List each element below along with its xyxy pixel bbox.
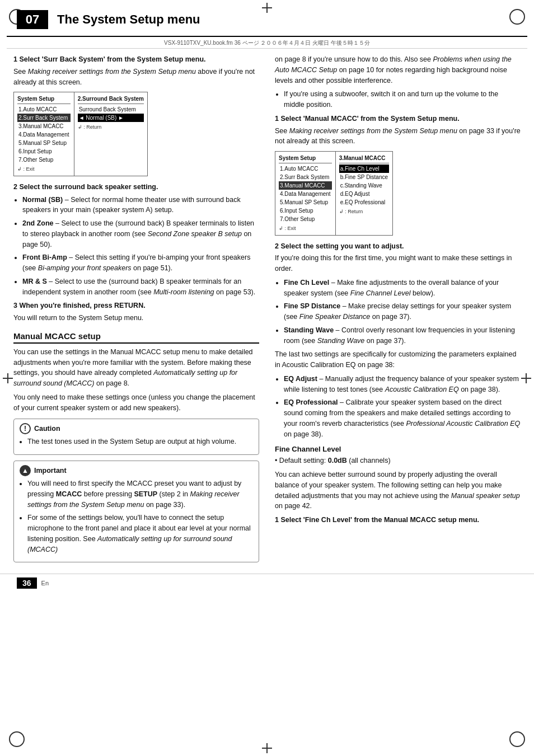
page-header: 07 The System Setup menu [7, 0, 527, 37]
important-item-2: For some of the settings below, you'll h… [27, 513, 253, 555]
last-two-text: The last two settings are specifically f… [275, 349, 521, 370]
screen2-right-footer: ↲ : Return [339, 208, 389, 216]
important-list: You will need to first specify the MCACC… [27, 478, 253, 555]
right-intro-list: If you're using a subwoofer, switch it o… [284, 89, 521, 110]
step3-heading: 3 When you're finished, press RETURN. [13, 300, 259, 311]
subwoofer-note: If you're using a subwoofer, switch it o… [284, 89, 521, 110]
bullet-2nd-zone: 2nd Zone – Select to use the (surround b… [22, 218, 259, 250]
fine-ch-section-title: Fine Channel Level [275, 445, 521, 453]
manual-intro2: You only need to make these settings onc… [13, 392, 259, 414]
bullet-normal-sb: Normal (SB) – Select for normal home the… [22, 195, 259, 216]
page-lang: En [41, 580, 49, 586]
step1-manual-text: See Making receiver settings from the Sy… [275, 126, 521, 147]
screen2-right-item-d: d.EQ Adjust [339, 190, 389, 198]
screen2-right-title: 3.Manual MCACC [339, 154, 389, 163]
eq-adjust-bullet: EQ Adjust – Manually adjust the frequenc… [284, 374, 521, 395]
step2-adjust-heading: 2 Select the setting you want to adjust. [275, 241, 521, 252]
step2-heading: 2 Select the surround back speaker setti… [13, 182, 259, 192]
important-icon: ▲ [20, 465, 31, 476]
manual-intro: You can use the settings in the Manual M… [13, 347, 259, 389]
caution-box: ! Caution The test tones used in the Sys… [13, 419, 259, 455]
screen1-item-4: 4.Data Management [17, 130, 71, 139]
reg-mark-bottom [262, 743, 272, 753]
screen1-right-item1: Surround Back System [78, 105, 144, 114]
step1-heading: 1 Select 'Surr Back System' from the Sys… [13, 54, 259, 65]
screen1-left-footer: ↲ : Exit [17, 166, 71, 173]
eq-bullets: EQ Adjust – Manually adjust the frequenc… [284, 374, 521, 440]
important-item-1: You will need to first specify the MCACC… [27, 478, 253, 510]
step1-text: See Making receiver settings from the Sy… [13, 67, 259, 88]
screen2-right-item-e: e.EQ Professional [339, 198, 389, 206]
bullet-front-biamp: Front Bi-Amp – Select this setting if yo… [22, 252, 259, 274]
col-left: 1 Select 'Surr Back System' from the Sys… [13, 54, 259, 568]
screen2-item-1: 1.Auto MCACC [279, 165, 332, 173]
right-intro-text: on page 8 if you're unsure how to do thi… [275, 54, 521, 86]
screen2-right: 3.Manual MCACC a.Fine Ch Level b.Fine SP… [336, 151, 393, 236]
screen1-right-footer: ↲ : Return [78, 124, 144, 132]
step1-manual-heading: 1 Select 'Manual MCACC' from the System … [275, 114, 521, 124]
standing-wave-bullet: Standing Wave – Control overly resonant … [284, 325, 521, 346]
screen2-left-title: System Setup [279, 154, 332, 163]
fine-ch-bullet: Fine Ch Level – Make fine adjustments to… [284, 278, 521, 299]
important-header: ▲ Important [20, 465, 253, 476]
adjust-bullets: Fine Ch Level – Make fine adjustments to… [284, 278, 521, 346]
caution-icon: ! [20, 423, 31, 434]
screen1-left: System Setup 1.Auto MCACC 2.Surr Back Sy… [13, 92, 74, 176]
fine-ch-text: You can achieve better surround sound by… [275, 469, 521, 511]
screen2-right-item-b: b.Fine SP Distance [339, 173, 389, 181]
screen1-container: System Setup 1.Auto MCACC 2.Surr Back Sy… [13, 92, 259, 176]
page-footer: 36 En [0, 574, 534, 592]
screen1-item-2-selected: 2.Surr Back System [17, 114, 71, 122]
screen2-item-2: 2.Surr Back System [279, 173, 332, 181]
screen1-item-1: 1.Auto MCACC [17, 105, 71, 114]
bullet-mrs: MR & S – Select to use the (surround bac… [22, 276, 259, 298]
fine-sp-bullet: Fine SP Distance – Make precise delay se… [284, 301, 521, 322]
screen1-left-title: System Setup [17, 95, 71, 104]
fine-ch-default: • Default setting: 0.0dB (all channels) [275, 456, 521, 466]
reg-mark-right [521, 373, 531, 383]
page-title: The System Setup menu [57, 12, 200, 27]
screen2-item-4: 4.Data Management [279, 190, 332, 198]
screen2-item-6: 6.Input Setup [279, 206, 332, 215]
reg-mark-left [3, 373, 13, 383]
screen2-item-3-selected: 3.Manual MCACC [279, 181, 332, 190]
file-info: VSX-9110TXV_KU.book.fm 36 ページ ２００６年４月４日 … [7, 37, 527, 49]
col-right: on page 8 if you're unsure how to do thi… [275, 54, 521, 568]
caution-item: The test tones used in the System Setup … [27, 436, 253, 447]
screen1-item-7: 7.Other Setup [17, 156, 71, 164]
screen2-item-7: 7.Other Setup [279, 215, 332, 223]
bullet-list-1: Normal (SB) – Select for normal home the… [22, 195, 259, 298]
step3-text: You will return to the System Setup menu… [13, 313, 259, 323]
screen1-item-3: 3.Manual MCACC [17, 122, 71, 130]
important-box: ▲ Important You will need to first speci… [13, 461, 259, 562]
screen2-right-item-c: c.Standing Wave [339, 181, 389, 190]
caution-label: Caution [34, 425, 60, 433]
content-area: 1 Select 'Surr Back System' from the Sys… [0, 54, 534, 568]
corner-bl [9, 731, 25, 747]
screen1-right-title: 2.Surround Back System [78, 95, 144, 104]
screen2-item-5: 5.Manual SP Setup [279, 198, 332, 206]
screen2-container: System Setup 1.Auto MCACC 2.Surr Back Sy… [275, 151, 521, 236]
caution-list: The test tones used in the System Setup … [27, 436, 253, 447]
important-label: Important [34, 467, 67, 475]
screen2-left: System Setup 1.Auto MCACC 2.Surr Back Sy… [275, 151, 336, 236]
screen1-right-item2: ◄ Normal (SB) ► [78, 114, 144, 122]
screen1-right: 2.Surround Back System Surround Back Sys… [74, 92, 148, 176]
screen1-item-6: 6.Input Setup [17, 147, 71, 156]
caution-header: ! Caution [20, 423, 253, 434]
fine-ch-step1: 1 Select 'Fine Ch Level' from the Manual… [275, 515, 521, 525]
manual-mcacc-title: Manual MCACC setup [13, 331, 259, 344]
screen2-left-footer: ↲ : Exit [279, 225, 332, 233]
eq-professional-bullet: EQ Professional – Calibrate your speaker… [284, 397, 521, 439]
screen2-right-item-a: a.Fine Ch Level [339, 165, 389, 173]
page-number: 36 [17, 577, 37, 589]
step2-adjust-text: If you're doing this for the first time,… [275, 253, 521, 274]
chapter-badge: 07 [17, 10, 48, 29]
screen1-item-5: 5.Manual SP Setup [17, 139, 71, 147]
corner-br [509, 731, 525, 747]
